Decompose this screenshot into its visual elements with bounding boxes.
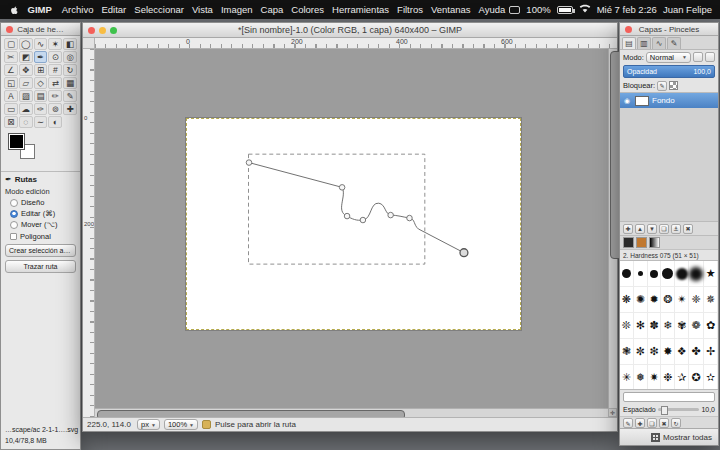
menubar-item-vista[interactable]: Vista (188, 4, 217, 15)
tool-crop[interactable]: # (48, 64, 62, 76)
tool-cage-transform[interactable]: ▦ (63, 77, 77, 89)
gradient-tab-icon[interactable] (649, 237, 660, 248)
tool-align[interactable]: ⊞ (34, 64, 48, 76)
canvas-viewport[interactable] (95, 49, 617, 417)
brush-item-25[interactable]: ❖ (675, 339, 689, 365)
layer-row-fondo[interactable]: ◉ Fondo (620, 93, 718, 108)
menubar-item-herramientas[interactable]: Herramientas (328, 4, 393, 15)
tool-perspective-clone[interactable]: ⊠ (4, 116, 18, 128)
tool-select-by-color[interactable]: ◧ (63, 38, 77, 50)
brush-item-9[interactable]: ✹ (648, 287, 662, 313)
tool-color-picker[interactable]: ⊙ (48, 51, 62, 63)
stroke-path-button[interactable]: Trazar ruta (5, 260, 76, 273)
tool-dodge-burn[interactable]: ◐ (48, 116, 62, 128)
brush-item-4[interactable] (675, 261, 689, 287)
menubar-user[interactable]: Juan Felipe (663, 4, 712, 15)
tool-pencil[interactable]: ✏ (48, 90, 62, 102)
brush-item-19[interactable]: ❁ (689, 313, 704, 339)
tool-text[interactable]: A (4, 90, 18, 102)
menubar-item-ayuda[interactable]: Ayuda (475, 4, 510, 15)
brush-item-5[interactable] (689, 261, 704, 287)
tool-free-select[interactable]: ∿ (34, 38, 48, 50)
duplicate-layer-button[interactable]: ❏ (659, 224, 669, 234)
foreground-color-swatch[interactable] (9, 134, 24, 149)
brush-item-13[interactable]: ✵ (704, 287, 718, 313)
tool-bucket-fill[interactable]: ▨ (19, 90, 33, 102)
tool-scissors-select[interactable]: ✂ (4, 51, 18, 63)
brush-item-15[interactable]: ✻ (634, 313, 648, 339)
path-anchor-end[interactable] (460, 249, 468, 257)
path-anchor[interactable] (339, 185, 345, 191)
tool-measure[interactable]: ∠ (4, 64, 18, 76)
menubar-item-filtros[interactable]: Filtros (393, 4, 427, 15)
close-button[interactable] (625, 26, 632, 33)
battery-icon[interactable] (557, 6, 573, 14)
tool-eraser[interactable]: ▭ (4, 103, 18, 115)
tool-fuzzy-select[interactable]: ✶ (48, 38, 62, 50)
tool-move[interactable]: ✥ (19, 64, 33, 76)
radio-editar[interactable]: Editar (⌘) (10, 209, 76, 218)
brush-item-2[interactable] (648, 261, 662, 287)
tool-paths[interactable]: ✒ (34, 51, 48, 63)
vertical-scrollbar[interactable] (608, 49, 617, 408)
brush-item-7[interactable]: ❋ (620, 287, 634, 313)
brush-item-24[interactable]: ✸ (661, 339, 675, 365)
delete-layer-button[interactable]: ✖ (683, 224, 693, 234)
image-window-titlebar[interactable]: *[Sin nombre]-1.0 (Color RGB, 1 capa) 64… (83, 23, 617, 38)
tool-paintbrush[interactable]: ✎ (63, 90, 77, 102)
close-button[interactable] (88, 27, 95, 34)
canvas-image[interactable] (186, 118, 521, 330)
brush-item-26[interactable]: ✤ (689, 339, 704, 365)
mode-combo[interactable]: Normal▼ (646, 52, 691, 63)
zoom-combo[interactable]: 100%▼ (164, 419, 198, 430)
tag-filter-entry[interactable] (623, 392, 715, 402)
brush-item-6[interactable]: ★ (704, 261, 718, 287)
dock-tab-brushes[interactable]: ✎ (667, 37, 681, 49)
menubar-item-ventanas[interactable]: Ventanas (427, 4, 475, 15)
apple-menu-icon[interactable] (8, 3, 22, 16)
lock-alpha-button[interactable] (669, 81, 678, 90)
lower-layer-button[interactable]: ▼ (647, 224, 657, 234)
tool-ellipse-select[interactable]: ◯ (19, 38, 33, 50)
refresh-brushes-button[interactable]: ↻ (671, 418, 681, 428)
tool-rotate[interactable]: ↻ (63, 64, 77, 76)
pen-path[interactable] (249, 163, 464, 253)
dock-tab-paths[interactable]: ∿ (652, 37, 666, 49)
polygonal-checkbox[interactable]: Poligonal (10, 232, 76, 241)
brush-item-11[interactable]: ✴ (675, 287, 689, 313)
dock-tab-channels[interactable]: ▥ (637, 37, 651, 49)
menubar-item-imagen[interactable]: Imagen (217, 4, 257, 15)
menubar-app-name[interactable]: GIMP (26, 4, 58, 15)
vertical-ruler[interactable]: 0200 (83, 49, 95, 417)
radio-mover[interactable]: Mover (⌥) (10, 220, 76, 229)
menubar-clock[interactable]: Mié 7 feb 2:26 (597, 4, 657, 15)
navigation-button[interactable]: ✛ (608, 408, 617, 417)
minimize-button[interactable] (99, 27, 106, 34)
pattern-tab-icon[interactable] (636, 237, 647, 248)
tool-flip[interactable]: ⇄ (48, 77, 62, 89)
brush-item-22[interactable]: ✼ (634, 339, 648, 365)
menubar-item-colores[interactable]: Colores (287, 4, 328, 15)
brush-item-27[interactable]: ✢ (704, 339, 718, 365)
edit-brush-button[interactable]: ✎ (623, 418, 633, 428)
zoom-window-button[interactable] (110, 27, 117, 34)
duplicate-brush-button[interactable]: ❏ (647, 418, 657, 428)
tool-shear[interactable]: ▱ (19, 77, 33, 89)
unit-combo[interactable]: px▼ (137, 419, 160, 430)
brush-item-10[interactable]: ❂ (661, 287, 675, 313)
lock-pixels-button[interactable]: ✎ (657, 81, 667, 91)
horizontal-ruler[interactable]: 0200400600 (95, 38, 617, 49)
raise-layer-button[interactable]: ▲ (635, 224, 645, 234)
radio-diseno[interactable]: Diseño (10, 198, 76, 207)
brush-item-1[interactable] (634, 261, 648, 287)
brush-item-8[interactable]: ✺ (634, 287, 648, 313)
brush-item-12[interactable]: ❈ (689, 287, 704, 313)
path-anchor[interactable] (344, 213, 350, 219)
tool-rectangle-select[interactable]: ▢ (4, 38, 18, 50)
brush-item-30[interactable]: ✷ (648, 365, 662, 390)
brush-item-3[interactable] (661, 261, 675, 287)
close-button[interactable] (6, 26, 13, 33)
anchor-layer-button[interactable]: ⚓ (671, 224, 681, 234)
toolbox-titlebar[interactable]: Caja de he… (1, 23, 80, 36)
brush-item-31[interactable]: ❉ (661, 365, 675, 390)
